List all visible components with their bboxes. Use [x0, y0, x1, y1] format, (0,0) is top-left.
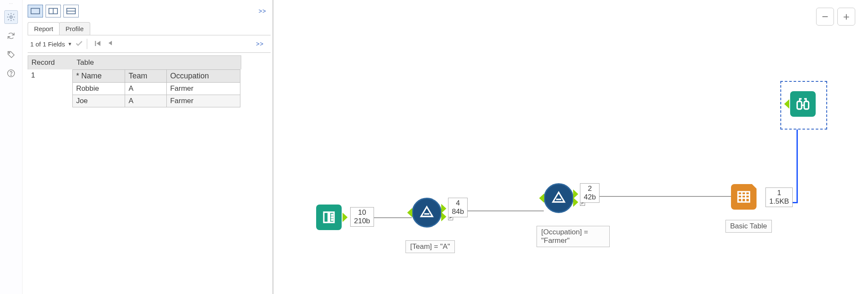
filter2-caption: [Occupation] = "Farmer"	[537, 226, 610, 247]
filter-tool-1[interactable]: T F	[412, 198, 442, 228]
view-single-icon[interactable]	[28, 5, 43, 17]
cell: A	[125, 95, 167, 107]
fields-selector[interactable]: 1 of 1 Fields ▼	[30, 39, 83, 49]
record-table: Record Table 1 * Name Team Occupation Ro…	[28, 55, 271, 107]
tab-profile[interactable]: Profile	[59, 22, 90, 35]
tab-bar: Report Profile	[28, 22, 271, 35]
svg-rect-19	[804, 101, 809, 109]
check-icon	[75, 39, 83, 49]
book-icon	[321, 210, 337, 225]
workflow-canvas[interactable]: − + 10 210b T	[274, 0, 868, 294]
filter2-badge: 2 42b	[580, 183, 600, 203]
help-icon[interactable]	[4, 66, 18, 80]
cell: A	[125, 83, 167, 95]
canvas-zoom-controls: − +	[816, 8, 855, 26]
svg-point-11	[331, 217, 332, 218]
connector	[580, 196, 731, 197]
record-header-col2: Table	[73, 56, 97, 69]
panel-view-switcher: >>	[28, 3, 271, 20]
filter-icon	[419, 205, 434, 220]
svg-rect-18	[797, 101, 802, 109]
record-index: 1	[28, 69, 72, 107]
gear-icon[interactable]	[4, 10, 18, 24]
view-split-horizontal-icon[interactable]	[63, 5, 79, 17]
tab-report[interactable]: Report	[28, 22, 60, 35]
view-split-vertical-icon[interactable]	[46, 5, 61, 17]
rail-grip: ⋯	[9, 2, 13, 5]
input-badge: 10 210b	[350, 207, 374, 227]
table-badge: 1 1.5KB	[765, 187, 793, 207]
input-tool[interactable]	[316, 205, 342, 230]
svg-rect-9	[95, 41, 96, 46]
browse-tool[interactable]	[790, 91, 816, 117]
panel-more[interactable]: >>	[259, 8, 266, 14]
svg-rect-13	[738, 192, 750, 202]
table-icon	[736, 189, 751, 205]
svg-point-10	[331, 214, 332, 215]
chevron-down-icon: ▼	[68, 41, 72, 46]
filter1-caption: [Team] = "A"	[405, 240, 455, 253]
svg-point-12	[331, 219, 332, 220]
table-tool[interactable]	[731, 184, 757, 210]
results-panel: >> Report Profile 1 of 1 Fields ▼	[23, 0, 274, 294]
cell: Joe	[72, 95, 125, 107]
col-header-name[interactable]: * Name	[72, 70, 125, 83]
col-header-team[interactable]: Team	[125, 70, 167, 83]
refresh-icon[interactable]	[4, 29, 18, 43]
tag-icon[interactable]	[4, 48, 18, 61]
cell: Robbie	[72, 83, 125, 95]
fields-count: 1 of 1 Fields	[30, 40, 65, 48]
table-caption: Basic Table	[725, 220, 772, 233]
svg-point-0	[10, 16, 12, 18]
cell: Farmer	[166, 95, 240, 107]
inner-data-table: * Name Team Occupation Robbie A Farmer J…	[72, 69, 240, 107]
svg-point-3	[11, 75, 11, 75]
zoom-in-button[interactable]: +	[837, 8, 855, 26]
record-header-col1: Record	[28, 56, 73, 69]
filter1-badge: 4 84b	[448, 198, 468, 217]
prev-record-icon[interactable]	[107, 40, 114, 49]
svg-rect-4	[31, 9, 40, 14]
left-rail: ⋯	[0, 0, 23, 294]
filter-icon	[551, 190, 566, 206]
fields-more[interactable]: >>	[256, 40, 264, 47]
first-record-icon[interactable]	[94, 40, 102, 49]
svg-point-1	[9, 52, 10, 54]
col-header-occupation[interactable]: Occupation	[166, 70, 240, 83]
zoom-out-button[interactable]: −	[816, 8, 834, 26]
cell: Farmer	[166, 83, 240, 95]
filter-tool-2[interactable]: T F	[544, 183, 574, 213]
binoculars-icon	[795, 96, 811, 112]
fields-toolbar: 1 of 1 Fields ▼ >>	[28, 35, 271, 53]
